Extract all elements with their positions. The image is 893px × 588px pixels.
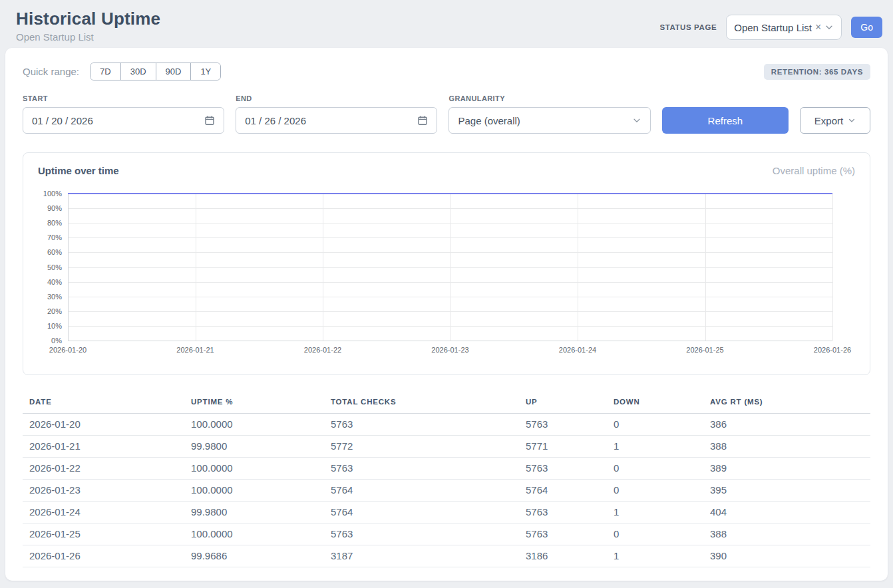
y-tick-label: 30% [47,293,62,301]
clear-icon[interactable]: × [815,22,821,33]
plot-wrap: 2026-01-202026-01-212026-01-222026-01-23… [68,194,832,358]
table-cell: 5763 [519,458,607,480]
table-cell: 5763 [519,414,607,436]
chart-title: Uptime over time [38,165,119,176]
y-tick-label: 90% [47,204,62,212]
uptime-chart-card: Uptime over time Overall uptime (%) 0%10… [23,152,870,375]
y-tick-label: 80% [47,219,62,227]
start-date-input[interactable]: 01 / 20 / 2026 [23,107,224,134]
table-cell: 1 [607,436,703,458]
y-tick-label: 10% [47,322,62,330]
y-tick-label: 50% [47,263,62,271]
uptime-table: DATEUPTIME %TOTAL CHECKSUPDOWNAVG RT (MS… [23,390,870,567]
quick-range-7d[interactable]: 7D [90,63,120,80]
table-cell: 3187 [324,545,519,567]
chart-header: Uptime over time Overall uptime (%) [23,153,870,176]
table-cell: 99.9800 [184,502,324,523]
column-header: TOTAL CHECKS [324,390,519,414]
start-date-value: 01 / 20 / 2026 [32,115,93,126]
table-cell: 1 [607,545,703,567]
granularity-select[interactable]: Page (overall) [448,107,650,134]
table-cell: 100.0000 [184,480,324,502]
refresh-button[interactable]: Refresh [662,107,789,134]
table-row: 2026-01-2699.9686318731861390 [23,545,870,567]
quick-range-1y[interactable]: 1Y [190,63,220,80]
export-button-label: Export [814,115,843,126]
x-axis-labels: 2026-01-202026-01-212026-01-222026-01-23… [68,341,832,358]
end-date-input[interactable]: 01 / 26 / 2026 [236,107,437,134]
quick-range-30d[interactable]: 30D [120,63,156,80]
table-cell: 0 [607,523,703,545]
table-row: 2026-01-25100.0000576357630388 [23,523,870,545]
chart-area: 0%10%20%30%40%50%60%70%80%90%100% 2026-0… [23,194,870,358]
table-cell: 99.9800 [184,436,324,458]
y-tick-label: 100% [43,190,62,198]
quick-range-90d[interactable]: 90D [156,63,191,80]
x-tick-label: 2026-01-23 [431,346,468,354]
uptime-line-series [68,194,832,341]
end-date-value: 01 / 26 / 2026 [245,115,306,126]
y-tick-label: 40% [47,278,62,286]
calendar-icon[interactable] [204,115,215,126]
quick-range-label: Quick range: [23,66,79,77]
table-cell: 5764 [324,480,519,502]
page-title: Historical Uptime [16,9,160,29]
status-page-label: STATUS PAGE [659,23,717,31]
table-cell: 390 [703,545,870,567]
table-cell: 3186 [519,545,607,567]
y-tick-label: 60% [47,248,62,256]
table-cell: 100.0000 [184,523,324,545]
table-cell: 2026-01-26 [23,545,184,567]
table-cell: 5764 [324,502,519,523]
y-tick-label: 20% [47,307,62,315]
end-date-label: END [236,94,437,102]
table-cell: 5771 [519,436,607,458]
chevron-down-icon [848,116,856,124]
x-tick-label: 2026-01-20 [49,346,87,354]
export-button[interactable]: Export [800,107,870,134]
status-page-select[interactable]: Open Startup List × [726,15,842,40]
x-tick-label: 2026-01-25 [686,346,723,354]
y-tick-label: 70% [47,233,62,241]
table-header: DATEUPTIME %TOTAL CHECKSUPDOWNAVG RT (MS… [23,390,870,414]
table-cell: 5763 [324,458,519,480]
table-cell: 5763 [519,502,607,523]
table-cell: 5763 [324,523,519,545]
start-date-field: START 01 / 20 / 2026 [23,94,224,134]
x-tick-label: 2026-01-24 [559,346,596,354]
title-block: Historical Uptime Open Startup List [16,9,160,43]
chevron-down-icon [824,23,834,32]
granularity-field: GRANULARITY Page (overall) [448,94,650,134]
x-tick-label: 2026-01-21 [176,346,214,354]
table-cell: 2026-01-25 [23,523,184,545]
granularity-value: Page (overall) [458,115,520,126]
table-cell: 100.0000 [184,458,324,480]
table-cell: 0 [607,480,703,502]
go-button[interactable]: Go [851,17,882,38]
status-page-value: Open Startup List [734,22,812,33]
calendar-icon[interactable] [417,115,428,126]
end-date-field: END 01 / 26 / 2026 [236,94,437,134]
column-header: DOWN [607,390,703,414]
table-cell: 5763 [324,414,519,436]
table-cell: 2026-01-21 [23,436,184,458]
table-body: 2026-01-20100.00005763576303862026-01-21… [23,414,870,567]
page-subtitle: Open Startup List [16,31,160,43]
top-bar: Historical Uptime Open Startup List STAT… [0,0,893,48]
chart-plot [68,194,832,341]
column-header: AVG RT (MS) [703,390,870,414]
table-cell: 5763 [519,523,607,545]
chevron-down-icon [632,116,641,125]
column-header: DATE [23,390,184,414]
column-header: UP [519,390,607,414]
table-cell: 2026-01-20 [23,414,184,436]
table-cell: 99.9686 [184,545,324,567]
table-row: 2026-01-2499.9800576457631404 [23,502,870,523]
table-cell: 100.0000 [184,414,324,436]
column-header: UPTIME % [184,390,324,414]
table-cell: 2026-01-24 [23,502,184,523]
table-cell: 5772 [324,436,519,458]
table-cell: 5764 [519,480,607,502]
chart-legend: Overall uptime (%) [773,165,855,176]
table-cell: 0 [607,414,703,436]
